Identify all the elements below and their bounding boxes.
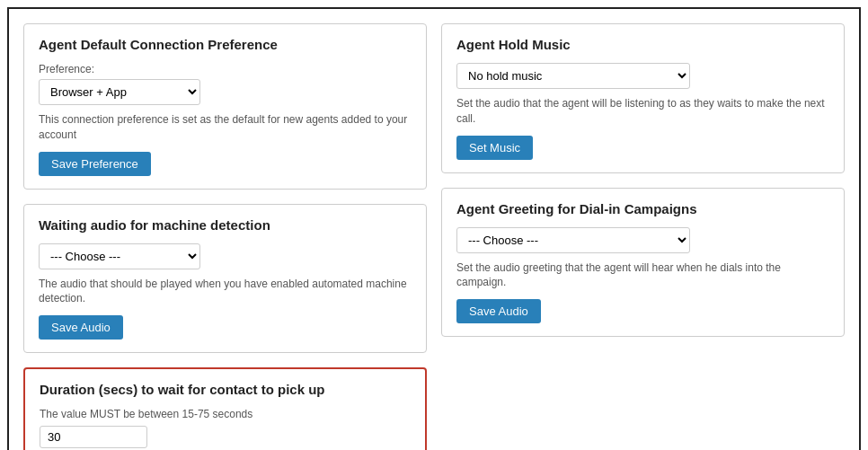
save-audio-greeting-button[interactable]: Save Audio <box>456 299 541 323</box>
preference-description: This connection preference is set as the… <box>39 112 412 143</box>
duration-title: Duration (secs) to wait for contact to p… <box>40 382 411 397</box>
greeting-title: Agent Greeting for Dial-in Campaigns <box>456 201 829 216</box>
section1-title: Agent Default Connection Preference <box>39 37 412 52</box>
agent-greeting-section: Agent Greeting for Dial-in Campaigns ---… <box>441 188 845 338</box>
hold-music-title: Agent Hold Music <box>456 37 829 52</box>
save-preference-button[interactable]: Save Preference <box>39 152 151 176</box>
duration-section: Duration (secs) to wait for contact to p… <box>23 367 427 450</box>
hold-music-select[interactable]: No hold music Option 1 Option 2 <box>456 63 690 89</box>
left-column: Agent Default Connection Preference Pref… <box>23 23 427 450</box>
duration-constraint: The value MUST be between 15-75 seconds <box>40 408 411 420</box>
waiting-audio-section: Waiting audio for machine detection --- … <box>23 204 427 354</box>
waiting-audio-description: The audio that should be played when you… <box>39 277 412 307</box>
hold-music-description: Set the audio that the agent will be lis… <box>456 96 829 127</box>
agent-hold-music-section: Agent Hold Music No hold music Option 1 … <box>441 23 845 173</box>
preference-label: Preference: <box>39 63 412 75</box>
duration-input[interactable] <box>40 426 147 448</box>
greeting-select[interactable]: --- Choose --- Option 1 Option 2 <box>456 227 690 253</box>
preference-select[interactable]: Browser + App Browser App <box>39 79 200 105</box>
greeting-description: Set the audio greeting that the agent wi… <box>456 260 829 291</box>
set-music-button[interactable]: Set Music <box>456 136 533 160</box>
right-column: Agent Hold Music No hold music Option 1 … <box>441 23 845 450</box>
page-wrapper: Agent Default Connection Preference Pref… <box>7 7 861 450</box>
section2-title: Waiting audio for machine detection <box>39 217 412 233</box>
duration-input-wrapper <box>40 426 411 448</box>
save-waiting-audio-button[interactable]: Save Audio <box>39 315 123 340</box>
agent-connection-preference-section: Agent Default Connection Preference Pref… <box>23 23 427 190</box>
waiting-audio-select[interactable]: --- Choose --- Option 1 Option 2 <box>39 243 200 269</box>
